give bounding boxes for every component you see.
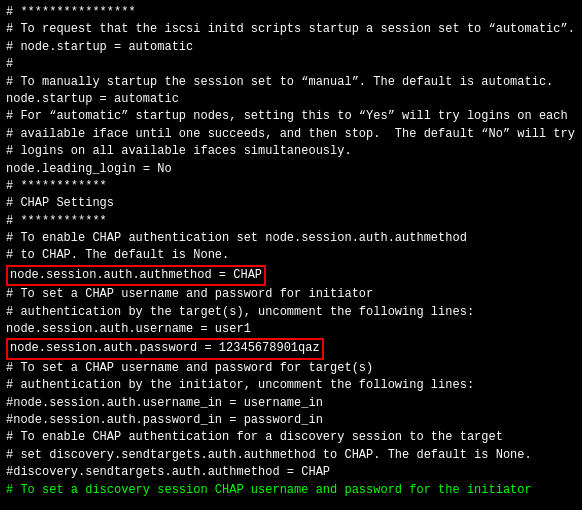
line: #discovery.sendtargets.auth.authmethod =…: [6, 464, 576, 481]
line: # authentication by the target(s), uncom…: [6, 304, 576, 321]
line: # To set a discovery session CHAP userna…: [6, 482, 576, 499]
line: # To manually startup the session set to…: [6, 74, 576, 91]
line: node.session.auth.username = user1: [6, 321, 576, 338]
line: # authentication by the initiator, uncom…: [6, 377, 576, 394]
line: # to CHAP. The default is None.: [6, 247, 576, 264]
line: # logins on all available ifaces simulta…: [6, 143, 576, 160]
line: # CHAP Settings: [6, 195, 576, 212]
line: # node.startup = automatic: [6, 39, 576, 56]
line: # To request that the iscsi initd script…: [6, 21, 576, 38]
highlighted-line: node.session.auth.authmethod = CHAP: [6, 265, 266, 286]
line: # set discovery.sendtargets.auth.authmet…: [6, 447, 576, 464]
line: # available iface until one succeeds, an…: [6, 126, 576, 143]
line: #node.session.auth.password_in = passwor…: [6, 412, 576, 429]
line: # To enable CHAP authentication set node…: [6, 230, 576, 247]
line: #node.session.auth.username_in = usernam…: [6, 395, 576, 412]
line: # To set a CHAP username and password fo…: [6, 360, 576, 377]
terminal: # ****************# To request that the …: [0, 0, 582, 510]
line: # ************: [6, 213, 576, 230]
line: # To enable CHAP authentication for a di…: [6, 429, 576, 446]
line: #: [6, 56, 576, 73]
highlighted-line: node.session.auth.password = 12345678901…: [6, 338, 324, 359]
line: node.session.auth.authmethod = CHAP: [6, 265, 576, 286]
line: node.leading_login = No: [6, 161, 576, 178]
line: node.session.auth.password = 12345678901…: [6, 338, 576, 359]
line: # ****************: [6, 4, 576, 21]
line: # For “automatic” startup nodes, setting…: [6, 108, 576, 125]
line: # ************: [6, 178, 576, 195]
line: node.startup = automatic: [6, 91, 576, 108]
line: # To set a CHAP username and password fo…: [6, 286, 576, 303]
